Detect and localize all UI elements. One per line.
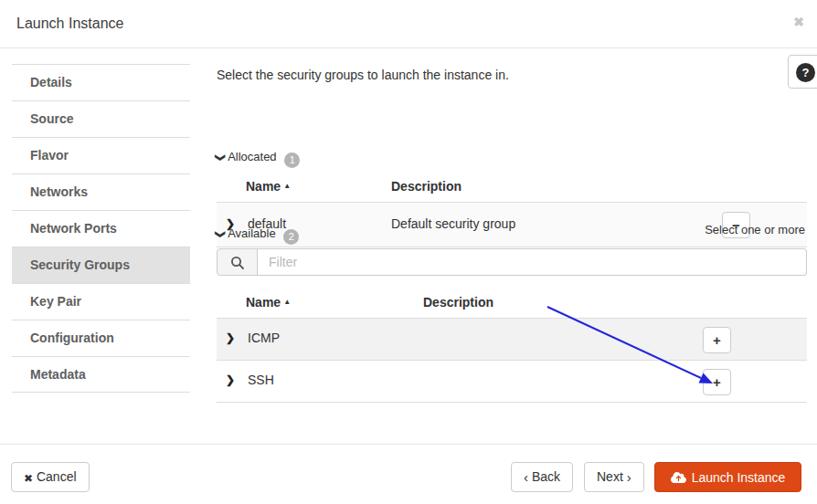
available-row-ssh: ❯ SSH + — [217, 361, 807, 403]
available-table-header: Name▲ Description — [217, 288, 807, 319]
sidebar-item-key-pair[interactable]: Key Pair — [12, 283, 190, 320]
available-label: Available — [228, 226, 276, 240]
row-name: SSH — [248, 373, 274, 387]
chevron-down-icon[interactable]: ❯ — [215, 153, 227, 162]
expand-chevron-icon[interactable]: ❯ — [226, 331, 235, 344]
search-icon — [217, 248, 258, 276]
add-icmp-button[interactable]: + — [703, 327, 731, 353]
close-icon[interactable]: ✖ — [793, 15, 804, 29]
cancel-label: Cancel — [37, 469, 77, 484]
chevron-right-icon: › — [627, 469, 631, 485]
sidebar-item-security-groups[interactable]: Security Groups — [12, 247, 190, 283]
allocated-count-badge: 1 — [284, 152, 300, 168]
modal-header: Launch Instance ✖ — [0, 0, 817, 48]
sidebar-item-source[interactable]: Source — [12, 100, 190, 137]
available-section-header: ❯ Available 2 — [217, 226, 299, 245]
back-button[interactable]: ‹ Back — [511, 462, 573, 492]
allocated-label: Allocated — [228, 150, 276, 163]
allocated-table-header: Name▲ Description — [217, 175, 807, 203]
available-count-badge: 2 — [283, 229, 299, 245]
sidebar-item-details[interactable]: Details — [12, 64, 190, 100]
back-label: Back — [532, 469, 560, 484]
available-row-icmp: ❯ ICMP + — [217, 319, 807, 361]
cancel-button[interactable]: ✖ Cancel — [11, 462, 90, 492]
security-groups-step: Select the security groups to launch the… — [217, 55, 807, 444]
next-button[interactable]: Next › — [584, 462, 644, 492]
row-description: Default security group — [391, 216, 515, 231]
row-name: ICMP — [248, 331, 280, 345]
allocated-col-description[interactable]: Description — [391, 179, 462, 194]
sort-ascending-icon: ▲ — [283, 298, 291, 306]
filter-group — [217, 248, 807, 276]
filter-input[interactable] — [258, 248, 807, 276]
add-ssh-button[interactable]: + — [703, 369, 731, 395]
allocated-col-name: Name — [246, 179, 281, 194]
chevron-left-icon: ‹ — [524, 469, 528, 485]
launch-instance-label: Launch Instance — [692, 470, 786, 485]
available-sort-name[interactable]: Name▲ — [246, 295, 291, 310]
available-col-description[interactable]: Description — [423, 295, 493, 310]
sidebar-item-network-ports[interactable]: Network Ports — [12, 210, 190, 247]
wizard-sidebar: Details Source Flavor Networks Network P… — [12, 64, 190, 393]
modal-footer: ✖ Cancel ‹ Back Next › Launch Instance — [0, 444, 817, 504]
cloud-upload-icon — [671, 471, 686, 484]
sort-ascending-icon: ▲ — [283, 182, 291, 190]
modal-title: Launch Instance — [16, 16, 123, 32]
select-hint: Select one or more — [705, 223, 805, 236]
next-label: Next — [597, 469, 623, 484]
allocated-section-header: ❯ Allocated 1 — [217, 150, 300, 168]
sidebar-item-metadata[interactable]: Metadata — [12, 356, 190, 393]
step-description: Select the security groups to launch the… — [217, 68, 509, 82]
chevron-down-icon[interactable]: ❯ — [215, 230, 227, 238]
launch-instance-button[interactable]: Launch Instance — [654, 462, 801, 492]
expand-chevron-icon[interactable]: ❯ — [226, 373, 235, 386]
available-col-name: Name — [246, 295, 281, 310]
x-icon: ✖ — [24, 472, 33, 485]
sidebar-item-networks[interactable]: Networks — [12, 173, 190, 210]
sidebar-item-flavor[interactable]: Flavor — [12, 137, 190, 173]
allocated-sort-name[interactable]: Name▲ — [246, 179, 291, 194]
sidebar-item-configuration[interactable]: Configuration — [12, 320, 190, 356]
